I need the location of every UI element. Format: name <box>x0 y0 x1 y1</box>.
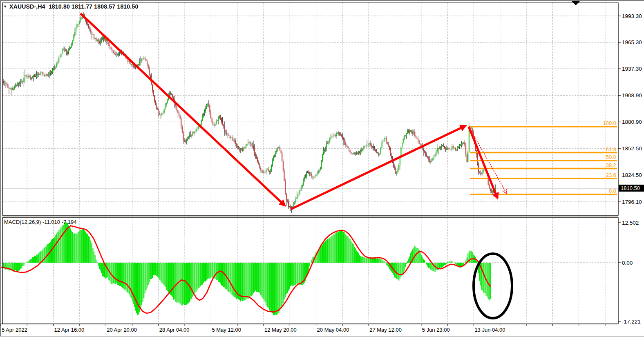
macd-bar <box>483 263 483 291</box>
macd-bar <box>163 263 163 284</box>
macd-bar <box>350 239 351 263</box>
bear-candle <box>364 146 365 147</box>
bear-candle <box>341 135 342 136</box>
bull-candle <box>463 142 464 143</box>
bear-candle <box>251 145 252 145</box>
macd-bar <box>172 263 173 297</box>
bull-candle <box>248 143 248 144</box>
macd-bar <box>37 254 38 263</box>
macd-bar <box>65 222 66 263</box>
macd-bar <box>267 263 268 307</box>
macd-bar <box>250 263 250 297</box>
bull-candle <box>70 47 71 48</box>
macd-bar <box>58 230 59 263</box>
macd-bar <box>26 263 27 263</box>
bull-candle <box>434 156 434 158</box>
macd-bar <box>323 243 324 263</box>
bull-candle <box>189 134 190 137</box>
macd-bar <box>395 263 396 278</box>
macd-bar <box>55 235 56 263</box>
bull-candle <box>329 142 329 143</box>
bear-candle <box>287 201 288 202</box>
bull-candle <box>58 62 58 64</box>
bull-candle <box>384 139 385 141</box>
macd-bar <box>38 253 39 263</box>
macd-bar <box>54 237 55 263</box>
bull-candle <box>205 108 206 112</box>
bear-candle <box>258 162 259 163</box>
bull-candle <box>4 83 5 84</box>
macd-bar <box>189 263 190 302</box>
bull-candle <box>167 100 168 103</box>
bull-candle <box>306 172 307 176</box>
bear-candle <box>451 149 452 150</box>
macd-bar <box>135 263 136 311</box>
macd-bar <box>159 263 159 278</box>
bear-candle <box>347 146 348 148</box>
chart-canvas[interactable]: 1993.301965.301937.301908.901880.901852.… <box>0 0 644 337</box>
bull-candle <box>400 147 401 156</box>
bull-candle <box>302 185 303 188</box>
macd-bar <box>133 263 134 304</box>
bear-candle <box>416 138 417 139</box>
bear-candle <box>222 122 223 125</box>
bear-candle <box>155 101 156 105</box>
bear-candle <box>423 149 424 151</box>
bull-candle <box>432 161 432 162</box>
bear-candle <box>344 140 345 143</box>
bear-candle <box>161 115 161 115</box>
macd-bar <box>336 232 337 263</box>
bull-candle <box>68 49 69 52</box>
bull-candle <box>87 24 88 25</box>
bull-candle <box>102 37 103 40</box>
bear-candle <box>347 145 347 146</box>
bear-candle <box>152 85 153 91</box>
bear-candle <box>388 144 389 146</box>
bull-candle <box>74 36 74 41</box>
symbol-dropdown-triangle-icon[interactable]: ▼ <box>3 4 7 9</box>
macd-bar <box>148 263 149 285</box>
macd-bar <box>249 263 250 297</box>
bear-candle <box>359 152 360 153</box>
bear-candle <box>240 149 241 150</box>
macd-bar <box>191 263 192 299</box>
bear-candle <box>230 136 230 138</box>
macd-bar <box>299 263 300 285</box>
bull-candle <box>462 143 463 143</box>
macd-bar <box>375 258 376 263</box>
bear-candle <box>157 109 158 110</box>
macd-bar <box>114 263 114 283</box>
bear-candle <box>445 148 446 150</box>
bull-candle <box>119 53 120 53</box>
macd-bar <box>121 263 122 287</box>
macd-bar <box>472 252 473 263</box>
macd-bar <box>440 263 441 268</box>
bear-candle <box>354 153 355 154</box>
bear-candle <box>149 69 150 75</box>
bull-candle <box>369 143 369 145</box>
macd-bar <box>471 251 472 263</box>
macd-axis-label: -17.221 <box>622 319 641 325</box>
macd-bar <box>398 263 399 281</box>
macd-bar <box>220 263 221 283</box>
bear-candle <box>98 40 98 42</box>
macd-bar <box>447 262 448 263</box>
macd-bar <box>465 260 466 263</box>
macd-bar <box>374 258 375 263</box>
bull-candle <box>297 194 298 197</box>
macd-bar <box>22 263 23 266</box>
bull-candle <box>23 78 24 82</box>
macd-bar <box>404 263 405 271</box>
bull-candle <box>164 109 165 113</box>
macd-bar <box>273 263 274 315</box>
macd-bar <box>18 263 19 271</box>
bull-candle <box>305 176 306 177</box>
macd-bar <box>289 263 290 289</box>
macd-bar <box>441 263 442 268</box>
macd-bar <box>277 263 278 314</box>
price-axis-label: 1937.30 <box>622 66 642 72</box>
macd-bar <box>380 259 381 263</box>
macd-bar <box>228 263 228 291</box>
bear-candle <box>156 105 157 109</box>
macd-bar <box>311 260 312 263</box>
